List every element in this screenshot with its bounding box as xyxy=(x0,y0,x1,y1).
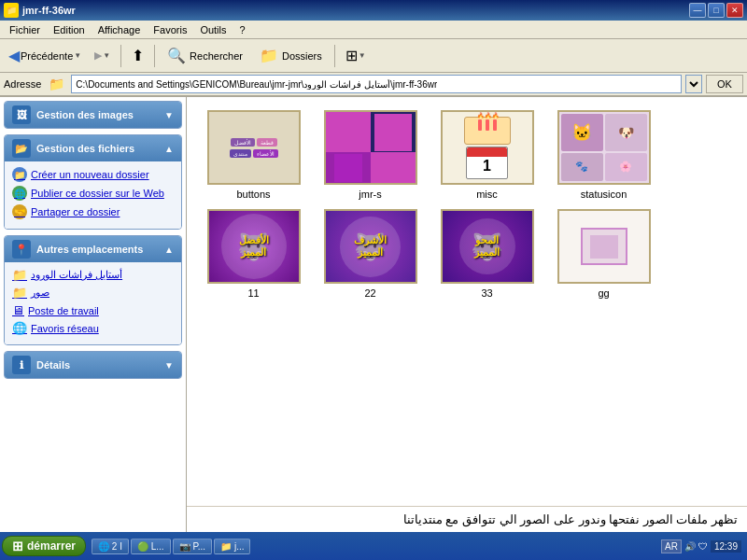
create-folder-label: Créer un nouveau dossier xyxy=(31,169,149,180)
views-icon: ⊞ xyxy=(345,47,358,64)
file-item-jmrs[interactable]: jmr-s xyxy=(317,110,424,200)
menu-affichage[interactable]: Affichage xyxy=(92,22,147,37)
taskbar-item-2[interactable]: 🟢 L... xyxy=(131,539,171,554)
arabic-overlay-3: المحوالمميز xyxy=(443,211,532,282)
photos-icon: 📁 xyxy=(12,286,27,300)
language-indicator[interactable]: AR xyxy=(661,539,682,553)
thumb-btn2: قطعة xyxy=(257,138,277,147)
toolbar-separator-3 xyxy=(334,45,335,67)
other-section-chevron: ▲ xyxy=(164,245,174,255)
file-thumb-misc: 1 xyxy=(441,110,534,185)
status-cell4: 🌸 xyxy=(605,153,647,182)
menu-fichier[interactable]: Fichier xyxy=(4,22,46,37)
details-section: ℹ Détails ▼ xyxy=(4,351,182,379)
arabicloc-link[interactable]: 📁 أستايل فراشات الورود xyxy=(12,268,174,282)
tray-clock-icon: 🛡 xyxy=(698,541,708,552)
address-input[interactable]: C:\Documents and Settings\GENICOM\Bureau… xyxy=(71,75,682,93)
file-thumb-jmrs xyxy=(324,110,417,185)
taskbar-item-3[interactable]: 📷 P... xyxy=(173,539,213,554)
arabic-text-3: المحوالمميز xyxy=(474,234,500,259)
file-thumb-gg xyxy=(557,209,651,284)
calendar-top xyxy=(467,147,507,157)
system-clock: 12:39 xyxy=(711,540,741,553)
share-folder-label: Partager ce dossier xyxy=(31,206,120,217)
arabic-overlay-2: الأشرفالمميز xyxy=(326,211,416,282)
menu-edition[interactable]: Edition xyxy=(48,22,91,37)
folders-button[interactable]: 📁 Dossiers xyxy=(253,43,329,68)
file-item-33[interactable]: 🐺 المحوالمميز 33 xyxy=(433,209,541,299)
create-folder-link[interactable]: 📁 Créer un nouveau dossier xyxy=(12,167,174,182)
file-name-33: 33 xyxy=(481,287,492,299)
workstation-link[interactable]: 🖥 Poste de travail xyxy=(12,303,174,317)
files-management-header[interactable]: 📂 Gestion des fichiers ▲ xyxy=(5,135,181,161)
minimize-button[interactable]: — xyxy=(689,3,706,18)
image-management-header[interactable]: 🖼 Gestion des images ▼ xyxy=(5,102,181,128)
up-button[interactable]: ⬆ xyxy=(127,43,148,68)
files-section-title: Gestion des fichiers xyxy=(36,143,134,154)
maximize-button[interactable]: □ xyxy=(708,3,725,18)
files-section-icon: 📂 xyxy=(12,139,31,158)
address-folder-icon: 📁 xyxy=(49,77,64,91)
start-button[interactable]: ⊞ démarrer xyxy=(2,536,86,556)
menu-help[interactable]: ? xyxy=(234,22,251,37)
toolbar-separator-2 xyxy=(154,45,155,67)
other-section-title: Autres emplacements xyxy=(36,244,143,255)
publish-folder-link[interactable]: 🌐 Publier ce dossier sur le Web xyxy=(12,186,174,201)
file-item-statusicon[interactable]: 🐱 🐶 🐾 🌸 statusicon xyxy=(550,110,657,200)
jmrs-inner2 xyxy=(334,154,362,182)
back-button[interactable]: ◀ Précédente ▼ xyxy=(4,43,86,68)
menubar: Fichier Edition Affichage Favoris Outils… xyxy=(0,21,747,39)
menu-favoris[interactable]: Favoris xyxy=(148,22,192,37)
file-thumb-33: 🐺 المحوالمميز xyxy=(441,209,534,284)
file-name-22: 22 xyxy=(364,287,375,299)
file-thumb-buttons: الأفضل قطعة منتدى الأعضاء xyxy=(207,110,301,185)
workstation-label: Poste de travail xyxy=(28,305,99,316)
views-button[interactable]: ⊞ ▼ xyxy=(341,43,371,68)
search-label: Rechercher xyxy=(190,50,243,62)
details-header[interactable]: ℹ Détails ▼ xyxy=(5,352,181,378)
candle3 xyxy=(493,119,497,131)
file-item-misc[interactable]: 1 misc xyxy=(433,110,541,200)
bottom-text-content: تظهر ملفات الصور نفتحها وندور على الصور … xyxy=(403,512,738,526)
taskbar: ⊞ démarrer 🌐 2 I 🟢 L... 📷 P... 📁 j... AR… xyxy=(0,532,747,560)
taskbar-tray: AR 🔊 🛡 12:39 xyxy=(661,539,745,553)
forward-button[interactable]: ▶ ▼ xyxy=(90,46,115,65)
file-name-jmrs: jmr-s xyxy=(359,189,381,200)
details-section-chevron: ▼ xyxy=(164,360,174,371)
details-section-title: Détails xyxy=(36,359,70,371)
photos-link[interactable]: 📁 صور xyxy=(12,286,174,300)
go-button[interactable]: OK xyxy=(706,75,743,93)
network-favs-link[interactable]: 🌐 Favoris réseau xyxy=(12,321,174,335)
start-label: démarrer xyxy=(27,539,76,553)
thumb-gg-content xyxy=(559,211,649,282)
file-item-11[interactable]: 🐺 الأفضلالمميز 11 xyxy=(200,209,307,299)
forward-arrow-icon: ▶ xyxy=(94,49,102,62)
cake-decoration xyxy=(464,117,511,145)
jmrs-cell3 xyxy=(326,152,371,183)
tray-network-icon: 🔊 xyxy=(684,541,696,552)
close-button[interactable]: ✕ xyxy=(726,3,743,18)
window-controls: — □ ✕ xyxy=(689,3,743,18)
network-icon: 🌐 xyxy=(12,321,27,335)
titlebar: 📁 jmr-ff-36wr — □ ✕ xyxy=(0,0,747,21)
menu-outils[interactable]: Outils xyxy=(194,22,232,37)
arabic-text-1: الأفضلالمميز xyxy=(239,234,269,259)
taskbar-item-4[interactable]: 📁 j... xyxy=(214,539,250,554)
file-name-gg: gg xyxy=(598,287,609,299)
address-dropdown[interactable] xyxy=(685,75,702,93)
go-label: OK xyxy=(717,78,732,90)
file-item-22[interactable]: 🐺 الأشرفالمميز 22 xyxy=(317,209,424,299)
back-label: Précédente xyxy=(21,50,73,62)
taskbar-item-1[interactable]: 🌐 2 I xyxy=(92,539,129,554)
files-grid-area: الأفضل قطعة منتدى الأعضاء buttons xyxy=(187,97,747,506)
candle2 xyxy=(486,119,489,131)
search-button[interactable]: 🔍 Rechercher xyxy=(161,43,249,68)
file-item-buttons[interactable]: الأفضل قطعة منتدى الأعضاء buttons xyxy=(200,110,307,200)
other-locations-section: 📍 Autres emplacements ▲ 📁 أستايل فراشات … xyxy=(4,235,182,345)
share-folder-link[interactable]: 🤝 Partager ce dossier xyxy=(12,204,174,219)
app-icon: 📁 xyxy=(4,3,19,18)
file-item-gg[interactable]: gg xyxy=(550,209,657,299)
other-locations-header[interactable]: 📍 Autres emplacements ▲ xyxy=(5,236,181,262)
file-thumb-22: 🐺 الأشرفالمميز xyxy=(324,209,417,284)
window-title: jmr-ff-36wr xyxy=(22,5,76,16)
